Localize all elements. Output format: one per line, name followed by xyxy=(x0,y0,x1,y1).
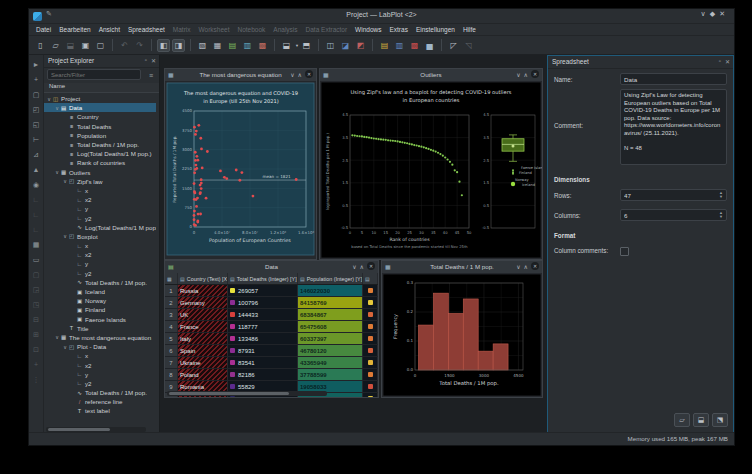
open-project-icon[interactable]: ▱ xyxy=(49,39,62,52)
column-comments-checkbox[interactable] xyxy=(620,247,629,256)
table-hscrollbar[interactable] xyxy=(167,391,327,396)
tree-item-x[interactable]: ∟x xyxy=(44,241,156,250)
zoom-in-tool-icon[interactable]: ◉ xyxy=(31,179,42,190)
tree-item-x2[interactable]: ∟x2 xyxy=(44,195,156,204)
cursor-tool-icon[interactable]: ⊢ xyxy=(31,134,42,145)
tree-item-project[interactable]: ∨◫Project xyxy=(44,94,156,103)
new-notebook-icon[interactable]: ◪ xyxy=(339,39,352,52)
tree-item-reference-line[interactable]: /reference line xyxy=(44,397,156,406)
row-number[interactable]: 4 xyxy=(165,321,178,332)
tree-item-faeroe-islands[interactable]: ▣Faeroe Islands xyxy=(44,315,156,324)
dock-float-icon[interactable]: ▫ xyxy=(145,57,147,64)
cell-total-deaths[interactable]: 118777 xyxy=(228,321,298,332)
import-file-icon[interactable]: ⬓ xyxy=(280,39,293,52)
cell-extra[interactable] xyxy=(363,345,378,356)
import-sql-icon[interactable]: ⬒ xyxy=(300,39,313,52)
rows-spinbox[interactable]: ▲▼ xyxy=(620,189,727,201)
close-icon[interactable]: ✕ xyxy=(531,70,539,78)
tree-item-rank-of-countries[interactable]: ≡Rank of countries xyxy=(44,158,156,167)
column-header-Total Deaths (Integer) [Y][interactable]: ▤Total Deaths (Integer) [Y] xyxy=(228,273,298,284)
tree-item-boxplot[interactable]: ∨◰Boxplot xyxy=(44,232,156,241)
select-tool-icon[interactable]: ► xyxy=(31,59,42,70)
menu-ansicht[interactable]: Ansicht xyxy=(95,25,124,34)
new-live-data-icon[interactable]: ◫ xyxy=(324,39,337,52)
tree-item-total-deaths-1m-pop-[interactable]: ∿Total Deaths / 1M pop. xyxy=(44,388,156,397)
cell-total-deaths[interactable]: 87931 xyxy=(228,345,298,356)
cell-country[interactable]: Ukraine xyxy=(178,357,228,368)
histogram-canvas[interactable]: 0.00.10.20.30150030004500FrequencyTotal … xyxy=(382,273,542,397)
crosshair-tool-icon[interactable]: + xyxy=(31,74,42,85)
cell-population[interactable]: 37788599 xyxy=(298,369,363,380)
cell-extra[interactable] xyxy=(363,309,378,320)
menu-bearbeiten[interactable]: Bearbeiten xyxy=(55,25,94,34)
outliers-plot-canvas[interactable]: Using Zipf's law and a boxplot for detec… xyxy=(320,81,542,259)
add-image-tool-icon[interactable]: ▭ xyxy=(31,254,42,265)
tree-item-x[interactable]: ∟x xyxy=(44,351,156,360)
new-project-icon[interactable]: ▯ xyxy=(34,39,47,52)
save-template-button[interactable]: ⬓ xyxy=(693,413,709,427)
cell-total-deaths[interactable]: 83541 xyxy=(228,357,298,368)
column-header-Country (Text) [X][interactable]: ▤Country (Text) [X] xyxy=(178,273,228,284)
menu-windows[interactable]: Windows xyxy=(351,25,385,34)
tree-item-country[interactable]: ≡Country xyxy=(44,112,156,121)
search-input[interactable] xyxy=(47,69,141,80)
titlebar[interactable]: ✎ Project — LabPlot <2> ∨◆✕ xyxy=(29,9,734,24)
tree-item-log-total-deaths-1-m-pop-[interactable]: ≡Log(Total Deaths/1 M pop.) xyxy=(44,149,156,158)
tree-item-x[interactable]: ∟x xyxy=(44,186,156,195)
dock-float-icon[interactable]: ▫ xyxy=(719,58,721,65)
columns-input[interactable] xyxy=(621,210,716,220)
tree-item-total-deaths-1m-pop-[interactable]: ∿Total Deaths / 1M pop. xyxy=(44,278,156,287)
rows-input[interactable] xyxy=(621,190,716,200)
column-header-Population (Integer) [Y][interactable]: ▤Population (Integer) [Y] xyxy=(298,273,363,284)
cell-country[interactable]: Spain xyxy=(178,345,228,356)
tree-item-zipf-s-law[interactable]: ∨◰Zipf's law xyxy=(44,177,156,186)
load-template-button[interactable]: ▱ xyxy=(674,413,690,427)
cell-total-deaths[interactable]: 82186 xyxy=(228,369,298,380)
row-number[interactable]: 7 xyxy=(165,357,178,368)
tree-item-population[interactable]: ≡Population xyxy=(44,131,156,140)
cell-extra[interactable] xyxy=(363,333,378,344)
cell-extra[interactable] xyxy=(363,369,378,380)
menu-datei[interactable]: Datei xyxy=(32,25,55,34)
name-input[interactable] xyxy=(620,73,727,85)
tree-item-the-most-dangerous-equation[interactable]: ∨▦The most dangerous equation xyxy=(44,333,156,342)
dock-close-icon[interactable]: ✕ xyxy=(151,57,156,64)
print-icon[interactable]: ▣ xyxy=(79,39,92,52)
maximize-icon[interactable]: ∧ xyxy=(360,263,364,270)
cell-extra[interactable] xyxy=(363,285,378,296)
tree-item-x2[interactable]: ∟x2 xyxy=(44,360,156,369)
cell-country[interactable]: Poland xyxy=(178,369,228,380)
tree-item-total-deaths-1m-pop-[interactable]: ≡Total Deaths / 1M pop. xyxy=(44,140,156,149)
scatter-plot-canvas[interactable]: The most dangerous equation and COVID-19… xyxy=(165,81,316,259)
cell-extra[interactable] xyxy=(363,297,378,308)
close-icon[interactable]: ✕ xyxy=(367,262,375,270)
tree-item-y[interactable]: ∟y xyxy=(44,204,156,213)
window-shade-icon[interactable]: ∨ xyxy=(701,10,710,17)
tree-item-norway[interactable]: ▣Norway xyxy=(44,296,156,305)
maximize-icon[interactable]: ∧ xyxy=(524,263,528,270)
tree-column-header[interactable]: Name xyxy=(44,83,159,93)
filter-options-icon[interactable]: ≡ xyxy=(146,70,156,80)
column-header-corner[interactable]: ▦ xyxy=(165,273,178,284)
shade-icon[interactable]: ∨ xyxy=(290,71,294,78)
shade-icon[interactable]: ∨ xyxy=(352,263,356,270)
add-worksheet-icon[interactable]: ▩ xyxy=(408,39,421,52)
zoom-y-select-tool-icon[interactable]: ◱ xyxy=(31,119,42,130)
cell-total-deaths[interactable]: 133486 xyxy=(228,333,298,344)
menu-hilfe[interactable]: Hilfe xyxy=(459,25,480,34)
menu-spreadsheet[interactable]: Spreadsheet xyxy=(124,25,169,34)
add-curve-tool-icon[interactable]: ▦ xyxy=(31,239,42,250)
columns-spinbox[interactable]: ▲▼ xyxy=(620,209,727,221)
shade-icon[interactable]: ∨ xyxy=(516,71,520,78)
comment-textarea[interactable]: Using Zipf's Law for detecting European … xyxy=(620,89,727,165)
new-workbook-icon[interactable]: ▦ xyxy=(211,39,224,52)
tree-item-y[interactable]: ∟y xyxy=(44,259,156,268)
row-number[interactable]: 6 xyxy=(165,345,178,356)
cell-country[interactable]: UK xyxy=(178,309,228,320)
close-icon[interactable]: ✕ xyxy=(531,262,539,270)
row-number[interactable]: 3 xyxy=(165,309,178,320)
tree-item-y2[interactable]: ∟y2 xyxy=(44,213,156,222)
auto-scale-x-tool-icon[interactable]: ▲ xyxy=(31,164,42,175)
tree-item-y2[interactable]: ∟y2 xyxy=(44,269,156,278)
row-number[interactable]: 5 xyxy=(165,333,178,344)
